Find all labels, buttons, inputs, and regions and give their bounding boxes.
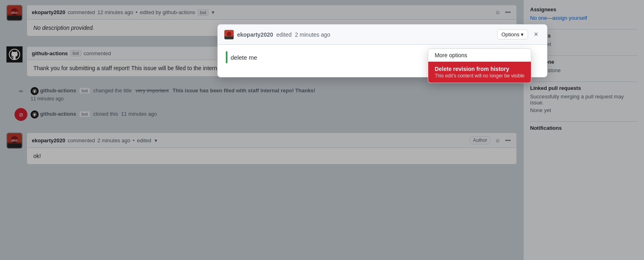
modal-avatar: [224, 30, 234, 40]
modal-container: ekoparty2020 edited 2 minutes ago Option…: [217, 24, 547, 77]
diff-indicator: [226, 51, 227, 63]
options-label: Options: [502, 31, 520, 37]
delete-revision-item[interactable]: Delete revision from history This edit's…: [428, 62, 531, 83]
modal-header-left: ekoparty2020 edited 2 minutes ago: [224, 30, 330, 40]
svg-rect-14: [225, 36, 233, 39]
options-dropdown-menu: More options Delete revision from histor…: [428, 48, 531, 83]
modal-header: ekoparty2020 edited 2 minutes ago Option…: [218, 25, 547, 45]
modal-author: ekoparty2020: [237, 31, 273, 38]
svg-point-13: [227, 31, 231, 36]
modal-time: 2 minutes ago: [295, 31, 330, 38]
modal-action: edited: [277, 31, 292, 38]
modal-close-button[interactable]: ×: [531, 29, 541, 40]
options-button[interactable]: Options ▾: [497, 29, 528, 40]
diff-text: delete me: [231, 54, 257, 61]
delete-revision-sub: This edit's content will no longer be vi…: [435, 73, 524, 79]
options-chevron-icon: ▾: [521, 31, 524, 37]
modal-header-right: Options ▾ ×: [497, 29, 541, 40]
modal-overlay: ekoparty2020 edited 2 minutes ago Option…: [0, 0, 644, 260]
delete-revision-label: Delete revision from history: [435, 66, 524, 72]
more-options-item[interactable]: More options: [428, 49, 531, 62]
